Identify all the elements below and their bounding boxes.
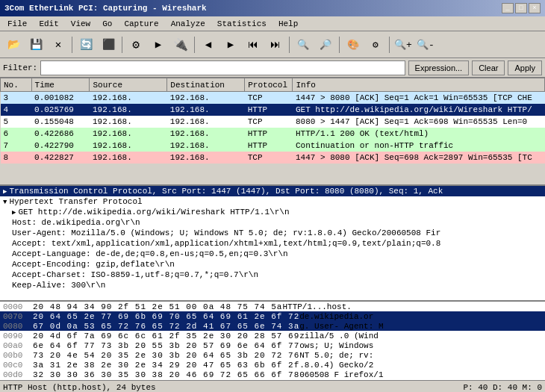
packet-row-3[interactable]: 30.001082192.168.192.168.TCP1447 > 8080 … (1, 92, 545, 104)
menu-edit[interactable]: Edit (34, 19, 63, 29)
toolbar-sep-1 (72, 37, 72, 53)
packet-list-header: No. Time Source Destination Protocol Inf… (1, 78, 545, 92)
hex-ascii-3: zilla/5 .0 (Wind (299, 332, 379, 340)
packet-row-5[interactable]: 50.155048192.168.192.168.TCP8080 > 1447 … (1, 116, 545, 128)
toolbar-sep-5 (339, 37, 340, 53)
packet-row-8[interactable]: 80.422827192.168.192.168.TCP1447 > 8080 … (1, 152, 545, 164)
packet-row-6[interactable]: 60.422686192.168.192.168.HTTPHTTP/1.1 20… (1, 128, 545, 140)
hex-bytes-4: 6e 64 6f 77 73 3b 20 55 3b 20 57 69 6e 6… (33, 341, 299, 350)
zoom-out-button[interactable]: 🔍- (415, 35, 436, 55)
hex-row-4: 00a0 6e 64 6f 77 73 3b 20 55 3b 20 57 69… (0, 341, 545, 351)
detail-section-1[interactable]: ▼Hypertext Transfer Protocol (0, 196, 545, 207)
toolbar-sep-4 (289, 37, 290, 53)
packet-cell-info: 1447 > 8080 [ACK] Seq=698 Ack=2897 Win=6… (293, 152, 545, 164)
tree-icon: ▼ (3, 199, 7, 206)
col-header-no[interactable]: No. (1, 78, 32, 92)
detail-child-1-7[interactable]: Keep-Alive: 300\r\n (0, 280, 545, 290)
hex-offset-6: 00c0 (3, 361, 33, 370)
hex-offset-4: 00a0 (3, 341, 33, 350)
hex-ascii-1: de.wikipedia.or (299, 312, 373, 321)
hex-dump: 0000 20 48 94 34 90 2f 51 2e 51 00 0a 48… (0, 302, 545, 380)
col-header-source[interactable]: Source (90, 78, 167, 92)
packet-cell-src: 192.168. (90, 152, 167, 164)
packet-row-4[interactable]: 40.025769192.168.192.168.HTTPGET http://… (1, 104, 545, 116)
filter-bar: Filter: Expression... Clear Apply (0, 58, 545, 78)
hex-offset-0: 0000 (3, 302, 33, 311)
packet-cell-dst: 192.168. (167, 128, 245, 140)
zoom-in-button[interactable]: 🔍+ (393, 35, 414, 55)
menu-go[interactable]: Go (98, 19, 116, 29)
toolbar: 📂 💾 ✕ 🔄 ⬛ ⚙ ▶ 🔌 ◀ ▶ ⏮ ⏭ 🔍 🔎 🎨 ⚙ 🔍+ 🔍- (0, 31, 545, 58)
hex-ascii-2: g. User- Agent: M (299, 322, 383, 331)
clear-button[interactable]: Clear (472, 60, 505, 75)
minimize-button[interactable]: _ (502, 3, 514, 13)
packet-cell-time: 0.155048 (31, 116, 90, 128)
col-header-protocol[interactable]: Protocol (245, 78, 293, 92)
menu-analyze[interactable]: Analyze (166, 19, 210, 29)
packet-row-7[interactable]: 70.422790192.168.192.168.HTTPContinuatio… (1, 140, 545, 152)
filter-label: Filter: (3, 63, 37, 72)
menu-capture[interactable]: Capture (119, 19, 163, 29)
menu-statistics[interactable]: Statistics (213, 19, 271, 29)
close-button[interactable]: × (529, 3, 541, 13)
packet-cell-no: 7 (1, 140, 32, 152)
packet-list: No. Time Source Destination Protocol Inf… (0, 78, 545, 164)
packet-cell-src: 192.168. (90, 140, 167, 152)
packet-cell-dst: 192.168. (167, 92, 245, 104)
prefs-button[interactable]: ⚙ (365, 35, 386, 55)
hex-ascii-4: ows; U; Windows (299, 341, 373, 350)
hex-ascii-7: 060508 F irefox/1 (299, 370, 383, 379)
hex-bytes-2: 67 0d 0a 53 65 72 76 65 72 2d 41 67 65 6… (33, 322, 299, 331)
apply-button[interactable]: Apply (508, 60, 542, 75)
colorize-button[interactable]: 🎨 (343, 35, 364, 55)
packet-cell-time: 0.422827 (31, 152, 90, 164)
packet-cell-info: 1447 > 8080 [ACK] Seq=1 Ack=1 Win=65535 … (293, 92, 545, 104)
hex-row-6: 00c0 3a 31 2e 38 2e 30 2e 34 29 20 47 65… (0, 361, 545, 370)
menu-view[interactable]: View (66, 19, 95, 29)
forward-button[interactable]: ▶ (220, 35, 241, 55)
filter-input[interactable] (40, 60, 405, 75)
capture-options-button[interactable]: ⚙ (125, 35, 146, 55)
col-header-info[interactable]: Info (293, 78, 545, 92)
stop-button[interactable]: ⬛ (98, 35, 119, 55)
close-capture-button[interactable]: ✕ (48, 35, 69, 55)
detail-child-1-6[interactable]: Accept-Charset: ISO-8859-1,utf-8;q=0.7,*… (0, 270, 545, 280)
hex-bytes-7: 32 30 30 36 30 35 30 38 20 46 69 72 65 6… (33, 370, 299, 379)
tree-icon: ▶ (3, 188, 7, 196)
col-header-time[interactable]: Time (31, 78, 90, 92)
toolbar-sep-6 (389, 37, 390, 53)
detail-child-1-5[interactable]: Accept-Encoding: gzip,deflate\r\n (0, 259, 545, 270)
hex-bytes-1: 20 64 65 2e 77 69 6b 69 70 65 64 69 61 2… (33, 312, 299, 321)
hex-offset-7: 00d0 (3, 370, 33, 379)
detail-child-1-1[interactable]: Host: de.wikipedia.org\r\n (0, 217, 545, 228)
detail-child-1-3[interactable]: Accept: text/xml,application/xml,applica… (0, 238, 545, 249)
menu-bar: File Edit View Go Capture Analyze Statis… (0, 16, 545, 31)
start-capture-button[interactable]: ▶ (148, 35, 169, 55)
packet-cell-info: HTTP/1.1 200 OK (text/html) (293, 128, 545, 140)
menu-file[interactable]: File (3, 19, 31, 29)
hex-offset-1: 0070 (3, 312, 33, 321)
maximize-button[interactable]: □ (515, 3, 527, 13)
detail-child-1-2[interactable]: User-Agent: Mozilla/5.0 (Windows; U; Win… (0, 228, 545, 238)
menu-help[interactable]: Help (274, 19, 302, 29)
open-button[interactable]: 📂 (3, 35, 24, 55)
expression-button[interactable]: Expression... (408, 60, 470, 75)
go-first-button[interactable]: ⏮ (243, 35, 264, 55)
back-button[interactable]: ◀ (198, 35, 219, 55)
interfaces-button[interactable]: 🔌 (170, 35, 191, 55)
hex-ascii-0: HTTP/1...host. (282, 302, 351, 311)
reload-button[interactable]: 🔄 (75, 35, 96, 55)
detail-child-1-0[interactable]: ▶GET http://de.wikipedia.org/wiki/Wiresh… (0, 207, 545, 217)
hex-bytes-5: 73 20 4e 54 20 35 2e 30 3b 20 64 65 3b 2… (33, 351, 299, 360)
find-button[interactable]: 🔍 (293, 35, 314, 55)
status-bar: HTTP Host (http.host), 24 bytes P: 40 D:… (0, 380, 545, 392)
window-controls[interactable]: _ □ × (502, 3, 541, 13)
go-last-button[interactable]: ⏭ (265, 35, 286, 55)
packet-cell-time: 0.422790 (31, 140, 90, 152)
find-next-button[interactable]: 🔎 (315, 35, 336, 55)
detail-child-1-4[interactable]: Accept-Language: de-de,de;q=0.8,en-us;q=… (0, 249, 545, 259)
hex-bytes-6: 3a 31 2e 38 2e 30 2e 34 29 20 47 65 63 6… (33, 361, 299, 370)
col-header-destination[interactable]: Destination (167, 78, 245, 92)
detail-section-0[interactable]: ▶Transmission Control Protocol, Src Port… (0, 186, 545, 196)
save-button[interactable]: 💾 (25, 35, 46, 55)
